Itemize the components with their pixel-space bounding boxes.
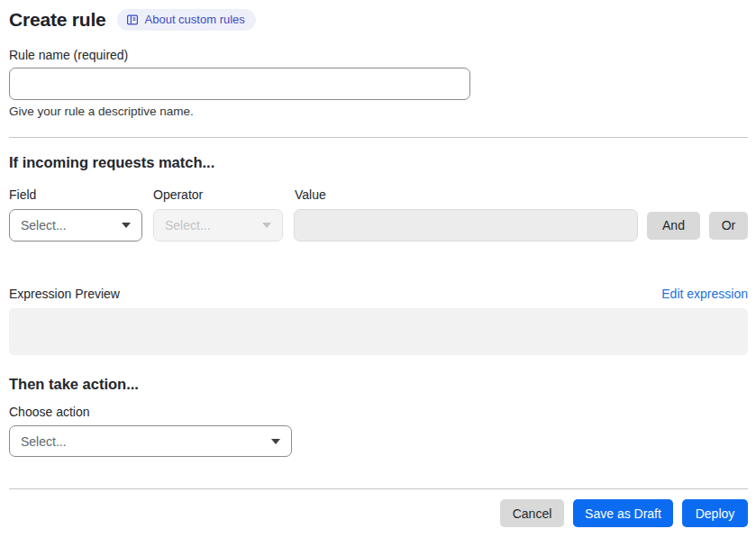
choose-action-select[interactable]: Select... — [9, 425, 292, 457]
value-input[interactable] — [294, 209, 638, 242]
rule-name-helper: Give your rule a descriptive name. — [9, 105, 748, 119]
match-section-heading: If incoming requests match... — [9, 153, 748, 171]
chevron-down-icon — [262, 223, 271, 228]
operator-select-placeholder: Select... — [165, 218, 211, 233]
choose-action-label: Choose action — [9, 405, 748, 419]
rule-name-label: Rule name (required) — [9, 48, 748, 62]
divider — [9, 488, 748, 489]
deploy-button[interactable]: Deploy — [682, 499, 748, 527]
action-section-heading: Then take action... — [9, 375, 748, 393]
chevron-down-icon — [122, 223, 131, 228]
field-label: Field — [9, 187, 153, 202]
about-custom-rules-badge[interactable]: About custom rules — [117, 9, 256, 31]
condition-row: Select... Select... And Or — [9, 209, 748, 242]
chevron-down-icon — [271, 439, 280, 444]
operator-select[interactable]: Select... — [153, 209, 283, 242]
title-row: Create rule About custom rules — [9, 7, 748, 32]
cancel-button[interactable]: Cancel — [500, 499, 564, 527]
value-label: Value — [295, 187, 326, 202]
save-as-draft-button[interactable]: Save as Draft — [573, 499, 673, 527]
footer-actions: Cancel Save as Draft Deploy — [9, 499, 748, 527]
divider — [9, 137, 748, 138]
page-title: Create rule — [9, 9, 106, 31]
field-select-placeholder: Select... — [21, 218, 67, 233]
edit-expression-link[interactable]: Edit expression — [661, 287, 748, 301]
create-rule-form: Create rule About custom rules Rule name… — [0, 0, 756, 527]
expression-preview-label: Expression Preview — [9, 287, 120, 301]
condition-labels: Field Operator Value — [9, 187, 748, 202]
and-button[interactable]: And — [647, 212, 700, 240]
expression-preview-box — [9, 308, 748, 355]
rule-name-input[interactable] — [9, 68, 470, 100]
operator-label: Operator — [153, 187, 295, 202]
field-select[interactable]: Select... — [9, 209, 142, 242]
expression-preview-row: Expression Preview Edit expression — [9, 287, 748, 301]
book-icon — [126, 14, 139, 26]
about-badge-label: About custom rules — [145, 13, 245, 26]
action-select-placeholder: Select... — [21, 434, 67, 449]
or-button[interactable]: Or — [709, 212, 748, 240]
